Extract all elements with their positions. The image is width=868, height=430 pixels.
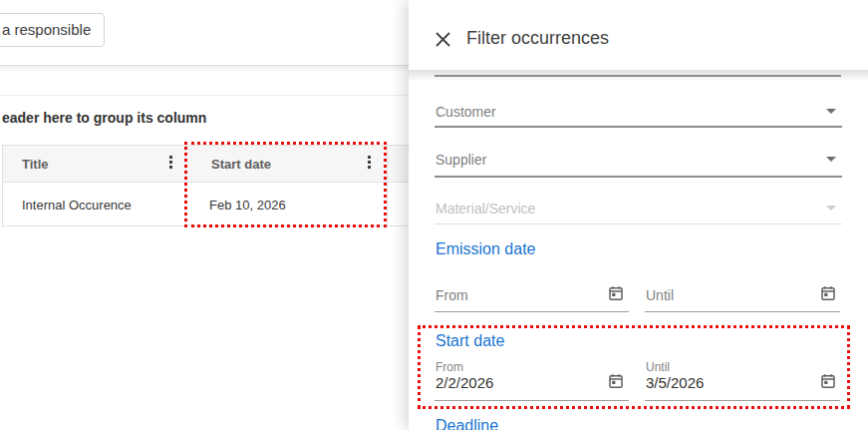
chevron-down-icon[interactable] bbox=[826, 157, 836, 162]
calendar-icon[interactable] bbox=[820, 373, 836, 389]
close-icon[interactable] bbox=[433, 29, 453, 50]
grid-column-border bbox=[185, 145, 186, 227]
emission-until-label: Until bbox=[646, 287, 674, 303]
cell-title[interactable]: Internal Occurence bbox=[22, 198, 132, 213]
column-header-start-date[interactable]: Start date bbox=[211, 157, 271, 172]
start-date-until-field[interactable]: Until 3/5/2026 bbox=[645, 358, 840, 392]
grid-left-border bbox=[2, 145, 3, 227]
supplier-label: Supplier bbox=[435, 152, 486, 168]
calendar-icon[interactable] bbox=[608, 285, 624, 301]
start-date-heading: Start date bbox=[435, 332, 504, 350]
material-service-underline bbox=[434, 223, 842, 224]
start-date-from-underline bbox=[434, 400, 629, 401]
emission-until-field[interactable]: Until bbox=[645, 283, 840, 312]
material-service-label: Material/Service bbox=[435, 201, 535, 216]
app-window: a responsible eader here to group its co… bbox=[0, 0, 868, 430]
start-date-until-underline bbox=[645, 400, 840, 401]
deadline-heading: Deadline bbox=[435, 417, 498, 430]
calendar-icon[interactable] bbox=[820, 285, 836, 301]
column-header-title[interactable]: Title bbox=[22, 157, 49, 172]
start-date-until-value[interactable]: 3/5/2026 bbox=[646, 374, 704, 391]
cell-start-date[interactable]: Feb 10, 2026 bbox=[209, 198, 286, 213]
customer-underline bbox=[434, 126, 842, 128]
grid-column-border bbox=[387, 145, 388, 227]
start-date-until-label: Until bbox=[646, 360, 670, 374]
start-date-from-field[interactable]: From 2/2/2026 bbox=[434, 358, 629, 392]
filter-panel: Filter occurrences Customer Supplier Mat… bbox=[409, 0, 868, 430]
start-date-from-label: From bbox=[435, 360, 463, 374]
start-date-from-value[interactable]: 2/2/2026 bbox=[435, 374, 493, 391]
kebab-menu-icon[interactable] bbox=[368, 156, 371, 169]
supplier-dropdown[interactable]: Supplier bbox=[434, 148, 842, 176]
clipped-field-underline bbox=[434, 75, 841, 77]
material-service-dropdown: Material/Service bbox=[434, 197, 842, 224]
emission-date-heading: Emission date bbox=[435, 240, 536, 258]
customer-dropdown[interactable]: Customer bbox=[434, 100, 842, 128]
calendar-icon[interactable] bbox=[608, 373, 624, 389]
grid-group-panel-message: eader here to group its column bbox=[2, 110, 206, 126]
emission-from-field[interactable]: From bbox=[434, 283, 629, 312]
emission-from-underline bbox=[434, 311, 629, 312]
supplier-underline bbox=[434, 176, 842, 178]
emission-from-label: From bbox=[435, 287, 468, 303]
panel-title: Filter occurrences bbox=[466, 28, 609, 49]
chevron-down-icon[interactable] bbox=[826, 109, 836, 114]
kebab-menu-icon[interactable] bbox=[169, 156, 172, 169]
customer-label: Customer bbox=[435, 104, 496, 120]
chevron-down-icon bbox=[826, 206, 836, 211]
emission-until-underline bbox=[645, 311, 840, 312]
responsible-button[interactable]: a responsible bbox=[0, 13, 105, 47]
